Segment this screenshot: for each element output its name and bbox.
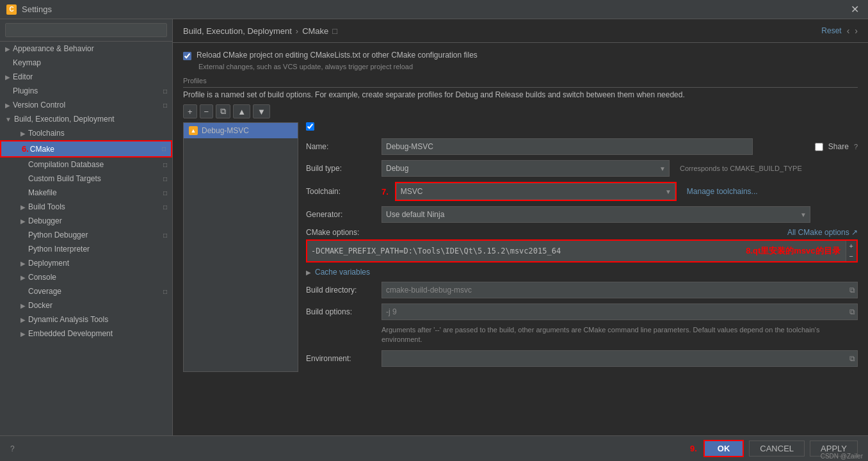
sidebar-item-label: Compilation Database <box>28 160 104 169</box>
reset-button[interactable]: Reset <box>821 26 841 35</box>
search-box[interactable] <box>0 19 172 42</box>
add-profile-button[interactable]: + <box>183 104 197 118</box>
cmake-remove-button[interactable]: − <box>846 251 856 261</box>
sidebar-item-label: Python Debugger <box>28 230 88 239</box>
move-up-button[interactable]: ▲ <box>233 104 250 118</box>
arrow-icon: ▶ <box>20 330 26 337</box>
sidebar-item-label: CMake <box>30 145 54 154</box>
sidebar-item-python-debugger[interactable]: Python Debugger □ <box>0 228 172 242</box>
env-browse-icon[interactable]: ⧉ <box>849 354 855 363</box>
cmake-profile-icon: ▲ <box>189 126 198 135</box>
nav-forward[interactable]: › <box>855 26 858 36</box>
build-dir-input[interactable] <box>382 282 858 298</box>
build-type-select[interactable]: Debug Release RelWithDebInfo MinSizeRel <box>382 160 670 177</box>
manage-toolchains-link[interactable]: Manage toolchains... <box>687 187 758 196</box>
breadcrumb-build: Build, Execution, Deployment <box>183 26 292 36</box>
profiles-area: ▲ Debug-MSVC Name: <box>183 122 858 372</box>
cmake-add-button[interactable]: + <box>846 241 856 251</box>
sidebar-item-label: Python Interpreter <box>28 245 90 254</box>
sidebar-item-docker[interactable]: ▶ Docker <box>0 298 172 312</box>
ok-button[interactable]: OK <box>703 440 744 457</box>
arrow-icon: ▶ <box>20 260 26 267</box>
environment-row: Environment: ⧉ <box>306 350 858 367</box>
sidebar-item-label: Dynamic Analysis Tools <box>28 315 108 324</box>
share-checkbox[interactable] <box>815 143 823 151</box>
sidebar-item-label: Custom Build Targets <box>28 174 101 183</box>
sidebar-item-label: Docker <box>28 301 52 310</box>
badge-icon: □ <box>163 161 167 168</box>
name-input[interactable] <box>382 138 753 155</box>
sidebar-item-label: Build Tools <box>28 202 65 211</box>
sidebar-item-label: Version Control <box>13 101 65 109</box>
env-label: Environment: <box>306 354 376 363</box>
sidebar-item-deployment[interactable]: ▶ Deployment <box>0 256 172 270</box>
cmake-annotation: 8.qt里安装的msvc的目录 <box>741 245 845 257</box>
remove-profile-button[interactable]: − <box>200 104 214 118</box>
cache-arrow-icon: ▶ <box>306 269 311 276</box>
sidebar-item-compilation-db[interactable]: Compilation Database □ <box>0 158 172 172</box>
sidebar-item-debugger[interactable]: ▶ Debugger <box>0 214 172 228</box>
sidebar-item-custom-build-targets[interactable]: Custom Build Targets □ <box>0 172 172 186</box>
move-down-button[interactable]: ▼ <box>253 104 270 118</box>
build-dir-input-wrap: ⧉ <box>382 282 858 298</box>
profiles-section-title: Profiles <box>183 77 858 88</box>
sidebar-item-label: Plugins <box>13 86 38 95</box>
reload-checkbox[interactable] <box>183 52 191 60</box>
build-options-input[interactable] <box>382 303 858 320</box>
all-cmake-options-link[interactable]: All CMake options ↗ <box>787 228 858 237</box>
build-dir-browse-icon[interactable]: ⧉ <box>849 286 855 295</box>
toolchain-select[interactable]: MSVC GCC Clang <box>396 183 675 200</box>
sidebar-item-label: Editor <box>13 72 33 81</box>
enable-profile-checkbox[interactable] <box>306 122 314 131</box>
arrow-icon: ▼ <box>5 116 12 123</box>
sidebar-item-cmake[interactable]: 6. CMake □ <box>0 140 172 158</box>
env-input[interactable] <box>382 350 858 367</box>
generator-label: Generator: <box>306 210 376 219</box>
cancel-button[interactable]: CANCEL <box>749 441 805 457</box>
arrow-icon: ▶ <box>20 274 26 281</box>
main-layout: ▶ Appearance & Behavior Keymap ▶ Editor … <box>0 19 868 435</box>
badge-icon: □ <box>163 175 167 182</box>
build-options-hint: Arguments after '--' are passed to the b… <box>382 325 858 345</box>
search-input[interactable] <box>5 23 167 37</box>
titlebar: C Settings ✕ <box>0 0 868 19</box>
nav-back[interactable]: ‹ <box>847 26 850 36</box>
arrow-icon: ▶ <box>20 316 26 323</box>
sidebar-item-coverage[interactable]: Coverage □ <box>0 284 172 298</box>
build-options-browse-icon[interactable]: ⧉ <box>849 307 855 316</box>
watermark: CSDN @Zailer <box>821 453 863 460</box>
arrow-icon: ▶ <box>20 204 26 211</box>
annotation-9: 9. <box>690 444 697 453</box>
copy-profile-button[interactable]: ⧉ <box>216 104 230 118</box>
sidebar: ▶ Appearance & Behavior Keymap ▶ Editor … <box>0 19 173 435</box>
sidebar-item-python-interpreter[interactable]: Python Interpreter <box>0 242 172 256</box>
help-icon[interactable]: ? <box>10 444 15 453</box>
arrow-icon: ▶ <box>5 102 10 109</box>
sidebar-item-console[interactable]: ▶ Console <box>0 270 172 284</box>
profile-item-debug-msvc[interactable]: ▲ Debug-MSVC <box>184 123 298 138</box>
annotation-6: 6. <box>22 144 29 154</box>
sidebar-item-label: Coverage <box>28 287 61 296</box>
sidebar-item-toolchains[interactable]: ▶ Toolchains <box>0 126 172 140</box>
sidebar-item-embedded-dev[interactable]: ▶ Embedded Development <box>0 327 172 341</box>
sidebar-item-build-execution[interactable]: ▼ Build, Execution, Deployment <box>0 112 172 126</box>
arrow-icon: ▶ <box>20 130 26 137</box>
toolchain-row: Toolchain: 7. MSVC GCC Clang ▼ Manage to… <box>306 182 858 201</box>
sidebar-item-plugins[interactable]: Plugins □ <box>0 84 172 98</box>
sidebar-item-version-control[interactable]: ▶ Version Control □ <box>0 98 172 112</box>
arrow-icon: ▶ <box>20 302 26 309</box>
sidebar-item-appearance[interactable]: ▶ Appearance & Behavior <box>0 42 172 56</box>
sidebar-item-makefile[interactable]: Makefile □ <box>0 186 172 200</box>
sidebar-item-keymap[interactable]: Keymap <box>0 56 172 70</box>
close-button[interactable]: ✕ <box>848 3 862 15</box>
sidebar-item-build-tools[interactable]: ▶ Build Tools □ <box>0 200 172 214</box>
profiles-description: Profile is a named set of build options.… <box>183 90 858 99</box>
build-options-label: Build options: <box>306 307 376 316</box>
sidebar-item-editor[interactable]: ▶ Editor <box>0 70 172 84</box>
cache-variables-row[interactable]: ▶ Cache variables <box>306 268 858 277</box>
badge-icon: □ <box>163 232 167 239</box>
generator-select[interactable]: Use default Ninja Ninja Unix Makefiles <box>382 206 810 223</box>
sidebar-item-dynamic-analysis[interactable]: ▶ Dynamic Analysis Tools <box>0 312 172 327</box>
annotation-7: 7. <box>382 187 389 197</box>
cmake-options-input[interactable] <box>307 244 741 258</box>
